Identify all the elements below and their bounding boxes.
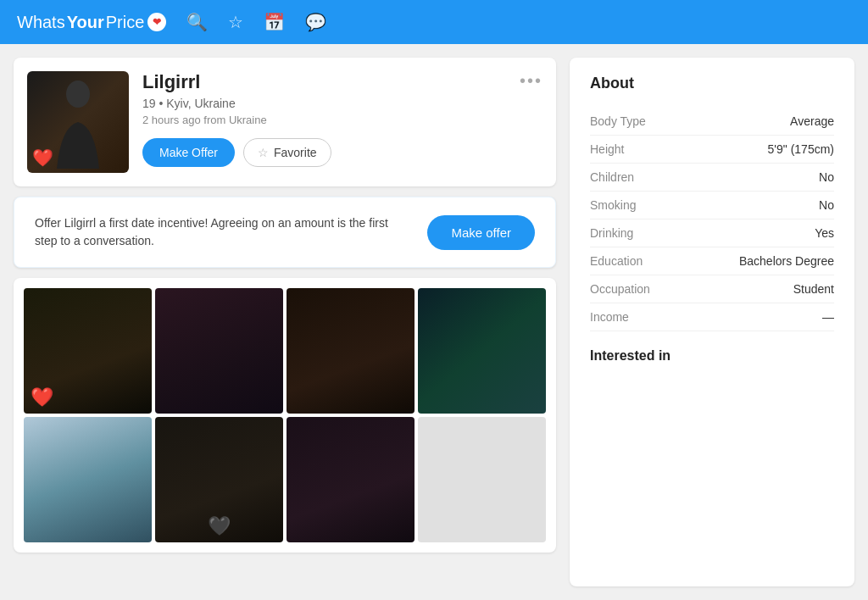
about-row-height: Height 5'9" (175cm) (590, 136, 834, 164)
favorite-button[interactable]: ☆ Favorite (243, 138, 331, 167)
offer-banner: Offer Lilgirrl a first date incentive! A… (14, 197, 556, 268)
smoking-value: No (819, 198, 834, 212)
star-icon: ☆ (258, 146, 269, 159)
photo-4[interactable] (418, 288, 546, 414)
occupation-label: Occupation (590, 282, 650, 296)
profile-actions: Make Offer ☆ Favorite (142, 138, 542, 167)
body-type-label: Body Type (590, 114, 646, 128)
logo-heart-icon (147, 13, 166, 31)
calendar-icon[interactable]: 📅 (264, 12, 285, 32)
heart-badge: ❤️ (32, 147, 53, 168)
logo[interactable]: WhatsYourPrice (17, 13, 166, 32)
left-column: ❤️ Lilgirrl 19 • Kyiv, Ukraine 2 hours a… (14, 58, 556, 586)
photo-grid-card: ❤️ 🖤 (14, 278, 556, 553)
make-offer-button[interactable]: Make Offer (142, 138, 235, 167)
profile-name: Lilgirrl (142, 71, 542, 93)
about-row-children: Children No (590, 164, 834, 192)
about-row-education: Education Bachelors Degree (590, 247, 834, 275)
height-label: Height (590, 142, 624, 156)
main-layout: ❤️ Lilgirrl 19 • Kyiv, Ukraine 2 hours a… (0, 44, 868, 600)
photo-1[interactable]: ❤️ (24, 288, 152, 414)
photo-2[interactable] (155, 288, 283, 414)
logo-price: Price (106, 13, 145, 32)
interested-in-title: Interested in (590, 348, 834, 364)
profile-card: ❤️ Lilgirrl 19 • Kyiv, Ukraine 2 hours a… (14, 58, 556, 186)
children-label: Children (590, 170, 634, 184)
profile-last-seen: 2 hours ago from Ukraine (142, 114, 542, 126)
photo-5[interactable] (24, 417, 152, 542)
svg-point-0 (66, 81, 90, 108)
about-row-income: Income — (590, 303, 834, 331)
smoking-label: Smoking (590, 198, 636, 212)
about-row-body-type: Body Type Average (590, 108, 834, 136)
education-label: Education (590, 254, 643, 268)
offer-banner-button[interactable]: Make offer (427, 215, 535, 250)
drinking-label: Drinking (590, 226, 633, 240)
more-options-button[interactable]: ••• (520, 71, 542, 91)
about-title: About (590, 75, 834, 92)
offer-text: Offer Lilgirrl a first date incentive! A… (35, 214, 391, 250)
profile-separator: • (159, 97, 166, 110)
profile-location: Kyiv, Ukraine (166, 97, 235, 110)
height-value: 5'9" (175cm) (768, 142, 834, 156)
body-type-value: Average (790, 114, 834, 128)
photo-empty (418, 417, 546, 542)
search-icon[interactable]: 🔍 (186, 12, 208, 32)
occupation-value: Student (793, 282, 834, 296)
avatar: ❤️ (27, 71, 129, 173)
logo-your: Your (67, 13, 104, 32)
favorite-label: Favorite (274, 146, 317, 159)
education-value: Bachelors Degree (739, 254, 834, 268)
about-row-smoking: Smoking No (590, 192, 834, 219)
photo-heart-6: 🖤 (208, 515, 231, 537)
photo-3[interactable] (287, 288, 415, 414)
profile-info: Lilgirrl 19 • Kyiv, Ukraine 2 hours ago … (142, 71, 542, 167)
photo-heart-1: ❤️ (31, 386, 53, 408)
about-row-drinking: Drinking Yes (590, 219, 834, 247)
photo-7[interactable] (287, 417, 415, 542)
income-label: Income (590, 310, 629, 324)
right-column: About Body Type Average Height 5'9" (175… (570, 58, 854, 586)
drinking-value: Yes (815, 226, 834, 240)
star-icon[interactable]: ☆ (228, 12, 243, 32)
profile-age: 19 (142, 97, 156, 110)
logo-whats: Whats (17, 13, 65, 32)
photo-6[interactable]: 🖤 (155, 417, 283, 542)
about-row-occupation: Occupation Student (590, 275, 834, 303)
income-value: — (822, 310, 834, 324)
message-icon[interactable]: 💬 (305, 12, 326, 32)
header: WhatsYourPrice 🔍 ☆ 📅 💬 (0, 0, 868, 44)
children-value: No (819, 170, 834, 184)
photo-grid: ❤️ 🖤 (24, 288, 546, 542)
profile-meta: 19 • Kyiv, Ukraine (142, 97, 542, 110)
